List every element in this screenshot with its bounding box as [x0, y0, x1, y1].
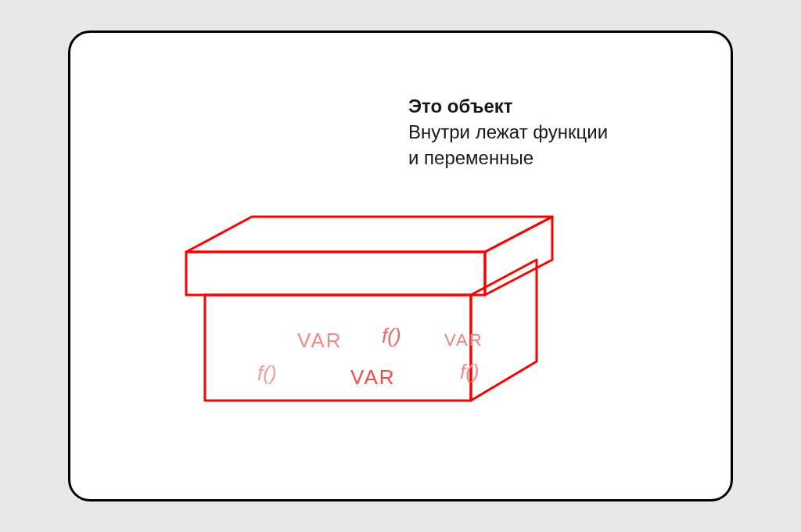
box-var-label: VAR	[444, 330, 483, 350]
diagram-subtitle: Внутри лежат функции и переменные	[408, 120, 706, 171]
box-function-label: f()	[382, 324, 401, 348]
subtitle-line-1: Внутри лежат функции	[408, 121, 608, 142]
box-function-label: f()	[460, 360, 480, 384]
box-function-label: f()	[257, 361, 277, 386]
description-block: Это объект Внутри лежат функции и переме…	[408, 94, 706, 171]
svg-rect-1	[186, 252, 485, 295]
diagram-title: Это объект	[408, 94, 706, 118]
box-var-label: VAR	[297, 329, 343, 353]
box-icon	[172, 209, 563, 428]
box-var-label: VAR	[350, 365, 396, 390]
subtitle-line-2: и переменные	[408, 147, 533, 168]
diagram-card: Это объект Внутри лежат функции и переме…	[68, 31, 733, 501]
